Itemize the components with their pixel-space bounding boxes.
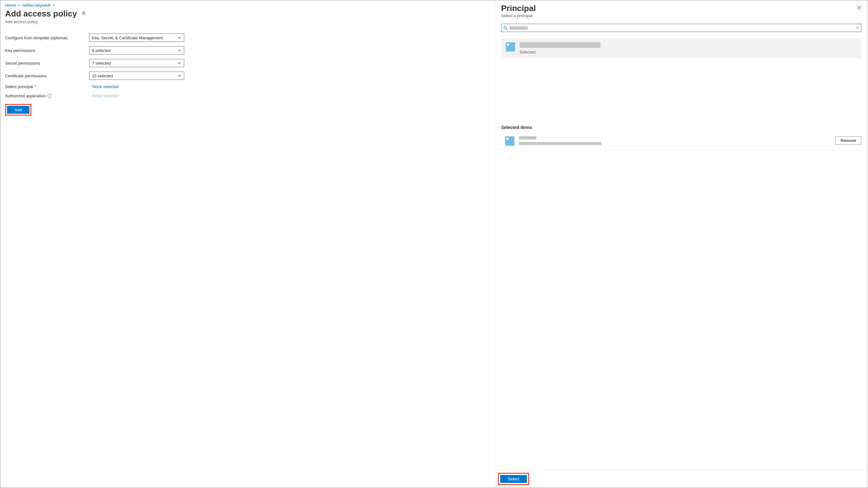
selected-items-heading: Selected items [501,125,861,130]
template-value: Key, Secret, & Certificate Management [92,35,163,40]
main-pane: Home > nellies-keyvault > Add access pol… [0,0,495,488]
add-button-highlight: Add [5,104,31,116]
result-status: Selected [520,50,857,55]
search-redacted-text [509,26,528,30]
remove-button[interactable]: Remove [835,136,861,145]
breadcrumb-sep: > [52,3,55,8]
select-principal-label: Select principal* [5,84,89,89]
info-icon[interactable]: i [47,94,51,98]
svg-point-2 [504,26,506,29]
search-icon [503,26,507,30]
authorized-application-label: Authorized application i [5,94,89,98]
key-permissions-label: Key permissions [5,48,89,53]
principal-search[interactable] [501,24,861,32]
close-icon[interactable] [857,5,861,10]
panel-subtitle: Select a principal [501,13,861,18]
breadcrumb-sep: > [18,3,21,8]
svg-rect-0 [83,11,84,13]
key-permissions-dropdown[interactable]: 9 selected [89,46,184,55]
certificate-permissions-value: 15 selected [92,73,113,78]
selected-id-redacted [519,142,601,145]
search-input[interactable] [530,25,854,31]
breadcrumb-vault[interactable]: nellies-keyvault [22,3,51,8]
secret-permissions-value: 7 selected [92,61,111,66]
key-permissions-value: 9 selected [92,48,111,53]
secret-permissions-dropdown[interactable]: 7 selected [89,59,184,67]
certificate-permissions-dropdown[interactable]: 15 selected [89,72,184,80]
page-title: Add access policy [5,9,77,19]
panel-title: Principal [501,3,861,13]
breadcrumb: Home > nellies-keyvault > [5,3,490,8]
add-button[interactable]: Add [7,106,29,114]
certificate-permissions-label: Certificate permissions [5,73,89,78]
select-principal-link[interactable]: None selected [89,84,119,89]
avatar [506,42,515,52]
authorized-application-link: None selected [89,94,119,98]
selected-name-redacted [519,136,536,139]
chevron-down-icon [178,48,181,52]
pin-icon[interactable] [82,11,86,17]
chevron-down-icon [178,36,181,40]
template-label: Configure from template (optional) [5,35,89,40]
template-dropdown[interactable]: Key, Secret, & Certificate Management [89,34,184,42]
secret-permissions-label: Secret permissions [5,61,89,66]
page-subtitle: Add access policy [5,19,490,24]
principal-panel: Principal Select a principal Selected [495,0,868,488]
clear-icon[interactable] [856,26,859,30]
breadcrumb-home[interactable]: Home [5,3,16,8]
select-button[interactable]: Select [500,475,527,483]
chevron-down-icon [178,74,181,78]
avatar [505,136,515,146]
chevron-down-icon [178,61,181,65]
select-button-highlight: Select [498,473,529,485]
search-result-item[interactable]: Selected [501,38,861,58]
result-name-redacted [520,42,600,48]
selected-item-row: Remove [501,134,861,151]
svg-line-3 [506,29,507,30]
